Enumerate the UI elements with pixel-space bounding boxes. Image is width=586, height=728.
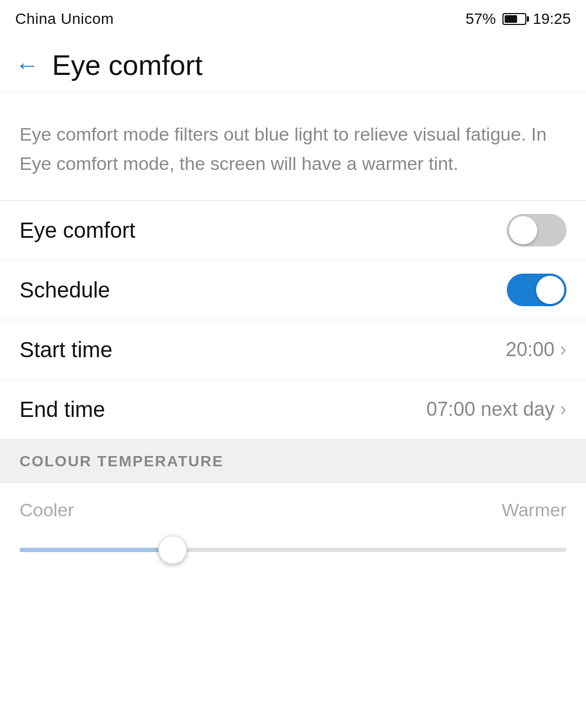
back-button[interactable]: ← bbox=[15, 53, 39, 77]
cooler-label: Cooler bbox=[20, 499, 74, 521]
battery-container bbox=[502, 13, 526, 25]
page-title: Eye comfort bbox=[52, 49, 202, 81]
colour-temperature-label: COLOUR TEMPERATURE bbox=[20, 453, 224, 470]
battery-percent: 57% bbox=[466, 10, 496, 28]
start-time-row[interactable]: Start time 20:00 › bbox=[0, 320, 586, 380]
start-time-label: Start time bbox=[20, 338, 112, 362]
end-time-label: End time bbox=[20, 397, 105, 422]
header: ← Eye comfort bbox=[0, 38, 586, 92]
battery-icon bbox=[502, 13, 526, 25]
status-bar: China Unicom 57% 19:25 bbox=[0, 0, 586, 38]
slider-knob[interactable] bbox=[158, 536, 187, 564]
end-time-value: 07:00 next day bbox=[426, 398, 555, 421]
warmer-label: Warmer bbox=[501, 499, 566, 521]
end-time-row[interactable]: End time 07:00 next day › bbox=[0, 380, 586, 440]
battery-fill bbox=[505, 15, 517, 23]
settings-section: Eye comfort Schedule Start time 20:00 › … bbox=[0, 201, 586, 440]
cooler-warmer-row: Cooler Warmer bbox=[20, 499, 566, 521]
eye-comfort-toggle-knob bbox=[509, 216, 537, 244]
eye-comfort-toggle[interactable] bbox=[507, 214, 566, 246]
carrier-text: China Unicom bbox=[15, 10, 114, 28]
description-text: Eye comfort mode filters out blue light … bbox=[20, 119, 566, 179]
schedule-row[interactable]: Schedule bbox=[0, 261, 586, 320]
slider-track bbox=[20, 548, 566, 552]
colour-temperature-section-header: COLOUR TEMPERATURE bbox=[0, 440, 586, 483]
eye-comfort-label: Eye comfort bbox=[20, 218, 135, 243]
start-time-value: 20:00 bbox=[506, 338, 555, 361]
start-time-value-group: 20:00 › bbox=[506, 338, 566, 361]
eye-comfort-row[interactable]: Eye comfort bbox=[0, 201, 586, 261]
colour-temperature-section: Cooler Warmer bbox=[0, 483, 586, 599]
clock: 19:25 bbox=[533, 10, 571, 28]
description-section: Eye comfort mode filters out blue light … bbox=[0, 92, 586, 201]
status-right-group: 57% 19:25 bbox=[466, 10, 571, 28]
schedule-toggle-knob bbox=[536, 276, 564, 304]
slider-fill bbox=[20, 548, 173, 552]
colour-temperature-slider[interactable] bbox=[20, 534, 566, 566]
schedule-toggle[interactable] bbox=[507, 274, 566, 306]
end-time-value-group: 07:00 next day › bbox=[426, 398, 566, 421]
end-time-chevron-icon: › bbox=[560, 398, 566, 421]
start-time-chevron-icon: › bbox=[560, 338, 566, 361]
schedule-label: Schedule bbox=[20, 278, 110, 302]
